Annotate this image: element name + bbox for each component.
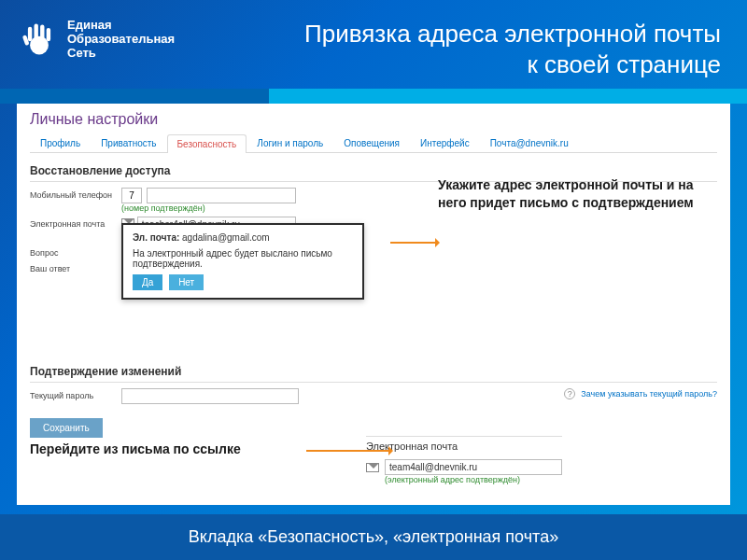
callout-follow-link: Перейдите из письма по ссылке xyxy=(30,436,357,456)
svg-rect-2 xyxy=(35,24,38,42)
arrow-icon xyxy=(306,450,390,452)
tab-privacy[interactable]: Приватность xyxy=(91,133,166,152)
save-button[interactable]: Сохранить xyxy=(30,418,103,438)
tab-mail[interactable]: Почта@dnevnik.ru xyxy=(480,133,579,152)
confirmed-email-input[interactable] xyxy=(385,459,562,475)
page-title: Личные настройки xyxy=(30,111,717,128)
email-label: Электронная почта xyxy=(30,217,121,229)
brand-logo: Единая Образовательная Сеть xyxy=(19,19,233,61)
popup-message: На электронный адрес будет выслано письм… xyxy=(133,248,353,269)
bottom-block: Перейдите из письма по ссылке Электронна… xyxy=(30,436,717,484)
tab-login[interactable]: Логин и пароль xyxy=(247,133,333,152)
email-confirmed-hint: (электронный адрес подтверждён) xyxy=(385,475,562,484)
tab-security[interactable]: Безопасность xyxy=(167,134,247,153)
question-label: Вопрос xyxy=(30,245,121,258)
brand-text: Единая Образовательная Сеть xyxy=(67,19,175,61)
popup-addr-label: Эл. почта: xyxy=(133,232,179,243)
svg-rect-1 xyxy=(28,27,32,41)
tab-notifications[interactable]: Оповещения xyxy=(333,133,410,152)
confirm-email-popup: Эл. почта: agdalina@gmail.com На электро… xyxy=(121,223,364,300)
phone-label: Мобильный телефон xyxy=(30,188,121,200)
popup-addr: agdalina@gmail.com xyxy=(182,232,270,243)
tab-interface[interactable]: Интерфейс xyxy=(410,133,480,152)
svg-point-0 xyxy=(30,36,49,55)
slide-footer: Вкладка «Безопасность», «электронная поч… xyxy=(0,514,747,560)
popup-yes-button[interactable]: Да xyxy=(133,274,162,290)
accent-bar xyxy=(0,89,747,104)
svg-rect-3 xyxy=(40,25,44,42)
password-label: Текущий пароль xyxy=(30,388,121,400)
tab-profile[interactable]: Профиль xyxy=(30,133,91,152)
mail-icon xyxy=(366,463,379,472)
confirm-heading: Подтверждение изменений xyxy=(30,361,717,383)
settings-panel: Личные настройки Профиль Приватность Без… xyxy=(17,104,730,505)
hand-icon xyxy=(19,19,60,60)
why-password-link[interactable]: Зачем указывать текущий пароль? xyxy=(581,389,717,399)
help-icon: ? xyxy=(564,388,575,399)
settings-tabs: Профиль Приватность Безопасность Логин и… xyxy=(30,133,717,153)
phone-prefix: 7 xyxy=(121,188,142,203)
popup-no-button[interactable]: Нет xyxy=(169,274,204,290)
arrow-icon xyxy=(390,242,437,244)
svg-rect-4 xyxy=(47,28,50,41)
phone-input[interactable] xyxy=(147,188,296,203)
slide-header: Единая Образовательная Сеть Привязка адр… xyxy=(0,0,747,89)
slide-title: Привязка адреса электронной почты к свое… xyxy=(233,19,721,79)
answer-label: Ваш ответ xyxy=(30,261,121,273)
current-password-input[interactable] xyxy=(121,388,299,404)
callout-instruction: Укажите адрес электронной почты и на нег… xyxy=(438,176,713,212)
